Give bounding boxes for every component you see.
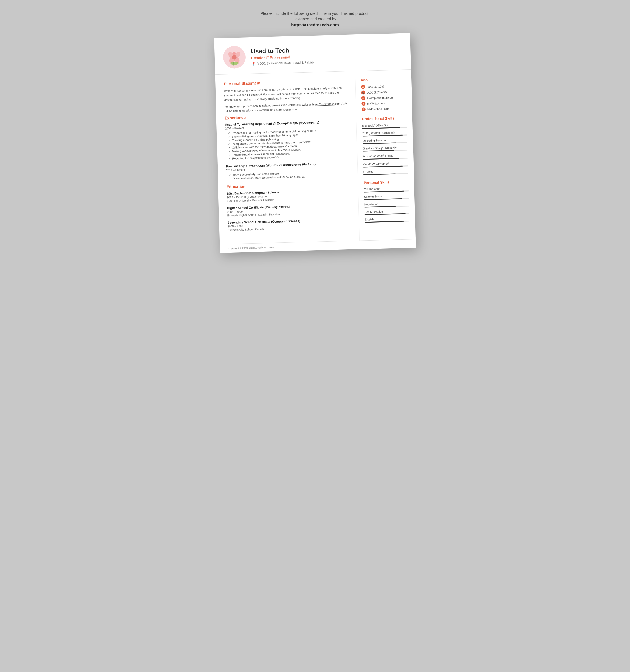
credit-line2: Designed and created by: [260,17,369,21]
skill-bar-fill [363,173,396,175]
skill-item: Communication [364,194,409,200]
resume-header: Used to Tech Creative IT Professional 📍 … [214,33,411,75]
personal-statement-para1: Write your personal statement here. It c… [224,86,347,102]
email-icon: ✉ [362,96,365,100]
skill-bar-fill [362,127,401,129]
skill-bar-fill [363,143,396,144]
credit-line1: Please include the following credit line… [260,11,369,16]
skill-bar-bg [365,221,409,223]
skill-label: Microsoft® Office Suite [362,123,407,127]
skill-item: Negotiation [364,201,409,208]
info-item-dob: 🎂 June 05, 1989 [361,84,406,89]
svg-rect-8 [233,62,234,66]
info-item-email: ✉ Example@gmail.com [362,95,406,100]
exp-bullets-2: 100+ Successfully completed projects! Gr… [226,170,349,180]
skill-label: Communication [364,194,409,198]
skill-label: Graphics Design, Creativity [363,146,407,150]
skill-bar-bg [364,198,409,200]
skill-bar-bg [362,135,407,137]
info-item-phone: 📞 0000 (123) 4567 [361,89,406,94]
edu-item-3: Secondary School Certificate (Computer S… [227,218,350,232]
education-section: Education BSc. Bachelor of Computer Scie… [226,182,350,232]
skill-item: Self-Motivation [364,209,409,215]
skill-item: Collaboration [364,187,409,192]
personal-skills-section: Personal Skills Collaboration Communicat… [364,179,410,223]
skill-bar-bg [363,166,408,167]
skill-label: Collaboration [364,187,409,191]
info-email: Example@gmail.com [367,96,394,99]
address-text: R-000, @ Example Town, Karachi, Pakistan [257,61,316,66]
skill-bar-fill [365,221,404,223]
skill-bar-bg [363,142,407,144]
skill-item: Adobe® Acrobat® Family [363,153,408,160]
facebook-icon: f [362,107,366,111]
skill-item: English [365,217,409,223]
resume-page: Used to Tech Creative IT Professional 📍 … [214,33,416,253]
skill-bar-fill [363,166,403,168]
skill-bar-fill [365,213,406,215]
right-column: Info 🎂 June 05, 1989 📞 0000 (123) 4567 ✉… [355,70,415,241]
skill-item: Microsoft® Office Suite [362,123,407,129]
skill-bar-bg [363,173,408,175]
footer-text: Copyright © 2019 https://usedtotech.com [228,246,274,250]
avatar [223,46,246,69]
experience-title: Experience [224,113,347,120]
skill-bar-fill [364,206,396,208]
twitter-icon: t [362,102,365,105]
info-facebook: MyFacebook.com [367,107,389,111]
skill-item: Operating Systems [363,138,407,144]
info-dob: June 05, 1989 [367,85,385,89]
info-section-title: Info [361,77,406,82]
skill-label: DTP (Desktop Publishing) [362,131,407,135]
resume-subtitle: Creative IT Professional [251,54,316,60]
resume-body: Personal Statement Write your personal s… [215,70,416,244]
header-info: Used to Tech Creative IT Professional 📍 … [251,46,316,66]
professional-skills-section: Professional Skills Microsoft® Office Su… [362,116,408,175]
skill-bar-bg [363,158,408,160]
personal-skills-title: Personal Skills [364,179,409,185]
edu-item-1: BSc. Bachelor of Computer Science 2019 –… [226,189,350,202]
credit-link: https://UsedtoTech.com [260,22,369,27]
info-item-twitter: t MyTwitter.com [362,100,406,105]
skill-item: IT Skills [363,169,408,175]
personal-statement-section: Personal Statement Write your personal s… [224,78,347,113]
personal-statement-para2: For more such professional templates ple… [224,101,347,113]
page-wrapper: Used to Tech Creative IT Professional 📍 … [217,35,413,250]
skill-label: Adobe® Acrobat® Family [363,153,408,158]
skill-item: Corel® WordPerfect® [363,161,408,168]
credit-area: Please include the following credit line… [260,11,369,27]
skill-bar-fill [362,135,403,137]
skill-bar-bg [362,127,407,129]
info-section: Info 🎂 June 05, 1989 📞 0000 (123) 4567 ✉… [361,77,407,111]
info-phone: 0000 (123) 4567 [367,91,388,94]
skill-item: DTP (Desktop Publishing) [362,131,407,137]
left-column: Personal Statement Write your personal s… [215,71,360,244]
skill-bar-bg [365,213,409,215]
skill-bar-bg [363,150,408,152]
skill-item: Graphics Design, Creativity [363,146,407,152]
skill-bar-bg [364,206,409,208]
exp-item-1: Head of Typesetting Department @ Example… [225,120,348,160]
exp-item-2: Freelancer @ Upwork.com (World's #1 Outs… [226,162,349,180]
skill-label: Self-Motivation [364,209,409,213]
usedtotech-link[interactable]: https://usedtotech.com [312,102,340,106]
skill-label: Operating Systems [363,138,407,143]
skill-bar-fill [363,158,399,160]
edu-item-2: Higher School Certificate (Pre-Engineeri… [227,203,350,217]
professional-skills-title: Professional Skills [362,116,407,121]
exp-bullets-1: Responsible for making books ready for c… [225,128,349,160]
resume-name: Used to Tech [251,46,316,55]
skill-bar-fill [364,198,402,200]
resume-address: 📍 R-000, @ Example Town, Karachi, Pakist… [251,60,316,66]
skill-label: Corel® WordPerfect® [363,161,408,166]
experience-section: Experience Head of Typesetting Departmen… [224,113,349,180]
skill-bar-fill [363,150,394,152]
birthday-icon: 🎂 [361,85,365,89]
skill-label: IT Skills [363,169,408,173]
skill-bar-fill [364,191,404,193]
phone-icon: 📞 [361,91,365,94]
education-title: Education [226,182,349,189]
info-twitter: MyTwitter.com [367,102,385,105]
skill-bar-bg [364,190,409,192]
info-item-facebook: f MyFacebook.com [362,106,407,111]
